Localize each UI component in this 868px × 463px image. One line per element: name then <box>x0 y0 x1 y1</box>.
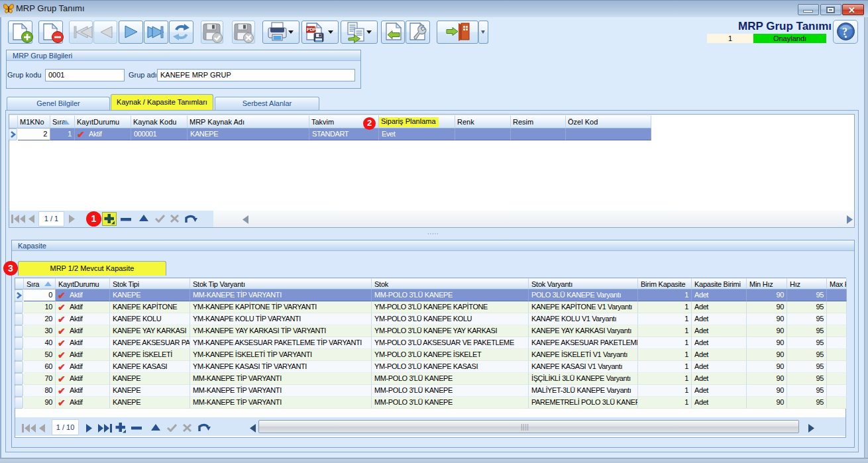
svg-text:?: ? <box>842 26 847 37</box>
svg-text:PDF: PDF <box>307 27 317 32</box>
